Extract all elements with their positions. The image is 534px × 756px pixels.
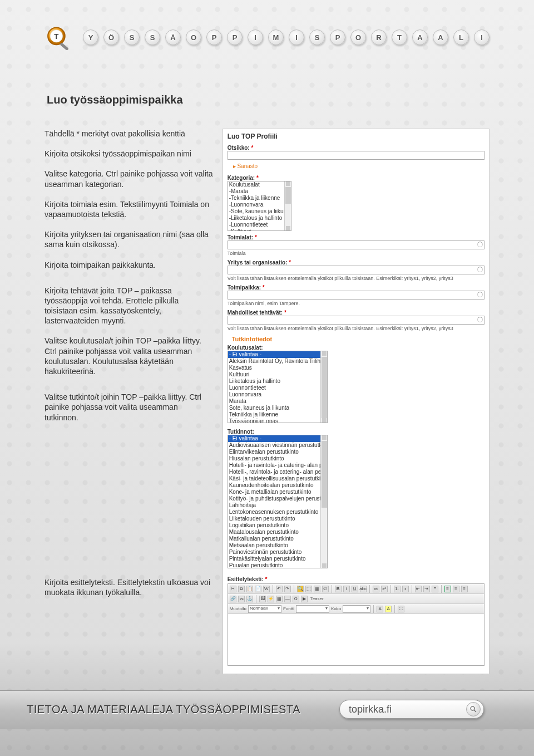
italic-icon[interactable]: I — [343, 586, 350, 592]
copy-icon[interactable]: ⧉ — [238, 586, 245, 592]
anchor-icon[interactable]: ⚓ — [246, 596, 253, 602]
align-left-icon[interactable]: ≡ — [444, 586, 451, 592]
remove-format-icon[interactable]: ∅ — [322, 586, 329, 592]
page-title: Luo työssäoppimispaikka — [47, 94, 490, 106]
muotoilu-label: Muotoilu — [230, 606, 246, 611]
editor-toolbar-row-3: Muotoilu Normaali Fontti Koko A A ⛶ — [228, 604, 484, 614]
header: T YÖSSÄOPPIMISPORTAALI — [44, 11, 490, 67]
outdent-icon[interactable]: ⇤ — [415, 586, 422, 592]
unlink-icon[interactable]: ⫘ — [238, 596, 245, 602]
text-color-icon[interactable]: A — [377, 606, 383, 612]
yritys-input[interactable] — [228, 266, 484, 274]
otsikko-input[interactable] — [228, 151, 484, 160]
link-icon[interactable]: 🔗 — [230, 596, 236, 602]
instruction-text: Valitse koulutusala/t joihin TOP –paikka… — [44, 336, 214, 376]
align-right-icon[interactable]: ≡ — [461, 586, 468, 592]
yritys-label: Yritys tai organisaatio: * — [228, 259, 484, 266]
toimialat-label: Toimialat: * — [228, 234, 484, 240]
strike-icon[interactable]: abc — [360, 586, 367, 592]
sanasto-link[interactable]: Sanasto — [233, 163, 258, 169]
instruction-text: Kirjoita tehtävät joita TOP – paikassa t… — [44, 286, 214, 326]
editor-toolbar-row-1: ✂ ⧉ 📋 📄 W ↶ ↷ 🔍 ⬚ ▦ ∅ B I U — [228, 584, 484, 594]
instruction-text: Kirjoita esittelyteksti. Esittelytekstin… — [44, 577, 214, 597]
esittely-label: Esittelyteksti: * — [228, 576, 484, 582]
bg-color-icon[interactable]: A — [385, 606, 392, 612]
kategoria-select[interactable]: Koulutusalat -Marata -Tekniikka ja liike… — [228, 181, 291, 231]
logo-magnifier-icon: T — [44, 11, 73, 67]
flash-icon[interactable]: ⚡ — [268, 596, 274, 602]
toimipaikka-hint: Toimipaikan nimi, esim Tampere. — [228, 301, 484, 306]
richtext-editor[interactable]: ✂ ⧉ 📋 📄 W ↶ ↷ 🔍 ⬚ ▦ ∅ B I U — [228, 583, 484, 666]
editor-body[interactable] — [228, 614, 484, 665]
search-placeholder: topirkka.fi — [349, 704, 392, 715]
spinner-icon — [477, 242, 483, 247]
scrollbar[interactable] — [320, 351, 327, 423]
scrollbar[interactable] — [320, 435, 327, 568]
tehtavat-input[interactable] — [228, 316, 484, 325]
toimialat-input[interactable] — [228, 240, 484, 249]
footer: TIETOA JA MATERIAALEJA TYÖSSÄOPPIMISESTA… — [0, 695, 534, 724]
svg-text:T: T — [54, 32, 58, 41]
underline-icon[interactable]: U — [352, 586, 358, 592]
form-panel: Luo TOP Profiili Otsikko: * Sanasto Kate… — [222, 129, 490, 674]
koulutusalat-select[interactable]: - Ei valintaa - Aleksin Ravintolat Oy, R… — [228, 351, 328, 423]
special-char-icon[interactable]: Ω — [293, 596, 299, 602]
indent-icon[interactable]: ⇥ — [423, 586, 430, 592]
media-icon[interactable]: ▶ — [301, 596, 308, 602]
instruction-text: Tähdellä * merkityt ovat pakollisia kent… — [44, 129, 214, 139]
ul-icon[interactable]: • — [402, 586, 409, 592]
form-title: Luo TOP Profiili — [228, 132, 484, 140]
image-icon[interactable]: 🖼 — [259, 596, 266, 602]
selectall-icon[interactable]: ▦ — [314, 586, 320, 592]
instruction-text: Valitse tutkinto/t joihin TOP –paikka li… — [44, 392, 214, 423]
paste-icon[interactable]: 📋 — [246, 586, 253, 592]
fontti-label: Fontti — [283, 606, 294, 611]
maximize-icon[interactable]: ⛶ — [398, 606, 404, 612]
fontti-select[interactable] — [296, 605, 329, 613]
scrollbar[interactable] — [284, 181, 291, 230]
paste-plain-icon[interactable]: 📄 — [255, 586, 261, 592]
koulutusalat-label: Koulutusalat: — [228, 345, 484, 351]
table-icon[interactable]: ▦ — [276, 596, 283, 602]
hr-icon[interactable]: — — [284, 596, 291, 602]
header-letters: YÖSSÄOPPIMISPORTAALI — [83, 30, 490, 45]
find-icon[interactable]: 🔍 — [297, 586, 304, 592]
toimipaikka-input[interactable] — [228, 291, 484, 300]
bold-icon[interactable]: B — [335, 586, 342, 592]
ol-icon[interactable]: 1. — [394, 586, 400, 592]
koko-label: Koko — [331, 606, 341, 611]
search-button[interactable] — [466, 702, 481, 716]
instruction-text: Valitse kategoria. Ctrl painike pohjassa… — [44, 169, 214, 189]
editor-toolbar-row-2: 🔗 ⫘ ⚓ 🖼 ⚡ ▦ — Ω ▶ Teaser — [228, 594, 484, 604]
sup-icon[interactable]: x² — [381, 586, 388, 592]
teaser-label: Teaser — [310, 596, 324, 601]
sub-icon[interactable]: x₂ — [373, 586, 379, 592]
yritys-hint: Voit lisätä tähän listauksen erottelemal… — [228, 276, 484, 281]
tehtavat-hint: Voit lisätä tähän listauksen erottelemal… — [228, 326, 484, 331]
muotoilu-select[interactable]: Normaali — [248, 605, 281, 613]
cut-icon[interactable]: ✂ — [230, 586, 236, 592]
instruction-text: Kirjoita otsikoksi työssäoppimispaikan n… — [44, 149, 214, 159]
toimipaikka-label: Toimipaikka: * — [228, 284, 484, 291]
replace-icon[interactable]: ⬚ — [305, 586, 312, 592]
toimialat-hint: Toimiala — [228, 251, 484, 256]
spinner-icon — [477, 292, 483, 297]
svg-rect-3 — [60, 42, 69, 51]
tutkinnot-select[interactable]: - Ei valintaa - Audiovisuaalisen viestin… — [228, 435, 328, 568]
tutkinnot-label: Tutkinnot: — [228, 429, 484, 435]
tutkintotiedot-heading: Tutkintotiedot — [232, 336, 484, 342]
otsikko-label: Otsikko: * — [228, 145, 484, 151]
instructions-column: Tähdellä * merkityt ovat pakollisia kent… — [44, 129, 214, 674]
koko-select[interactable] — [343, 605, 370, 613]
kategoria-label: Kategoria: * — [228, 175, 484, 181]
footer-search[interactable]: topirkka.fi — [339, 700, 484, 719]
tehtavat-label: Mahdolliset tehtävät: * — [228, 310, 484, 316]
redo-icon[interactable]: ↷ — [284, 586, 291, 592]
paste-word-icon[interactable]: W — [263, 586, 270, 592]
undo-icon[interactable]: ↶ — [276, 586, 283, 592]
blockquote-icon[interactable]: ❝ — [432, 586, 438, 592]
spinner-icon — [477, 317, 483, 322]
svg-line-5 — [474, 710, 476, 712]
instruction-text: Kirjoita toimipaikan paikkakunta. — [44, 260, 214, 270]
align-center-icon[interactable]: ≡ — [453, 586, 459, 592]
